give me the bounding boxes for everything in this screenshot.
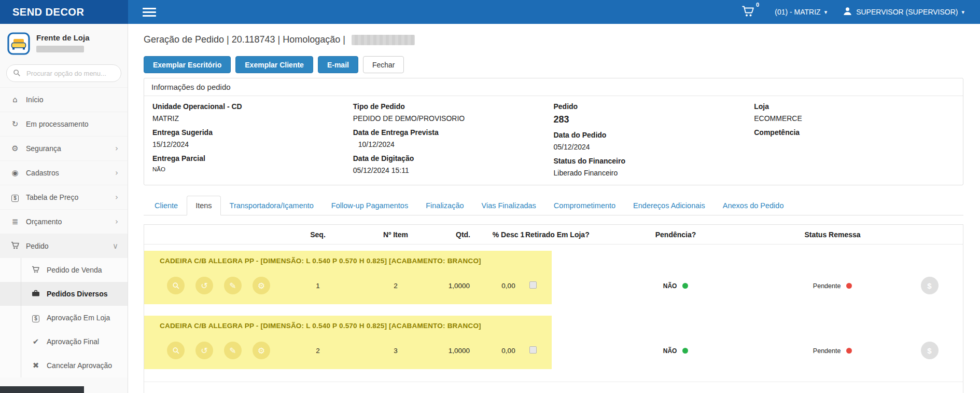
tab-vias-finalizadas[interactable]: Vias Finalizadas <box>473 196 545 215</box>
check-icon: ✔ <box>30 337 41 346</box>
column-header-retirado: Retirado Em Loja? <box>525 231 582 239</box>
field-value: ECOMMERCE <box>754 114 955 123</box>
money-icon: $ <box>30 313 41 322</box>
sidebar-item-label: Cancelar Aprovação <box>47 361 112 370</box>
order-info-grid: Unidade Operacional - CDMATRIZ Entrega S… <box>144 96 963 185</box>
sidebar-footer-strip <box>0 386 84 393</box>
exemplar-escritorio-button[interactable]: Exemplar Escritório <box>144 56 231 73</box>
store-selector[interactable]: (01) - MATRIZ ▾ <box>775 8 827 16</box>
fechar-button[interactable]: Fechar <box>363 56 404 73</box>
tab-itens[interactable]: Itens <box>187 196 220 215</box>
redacted-text <box>352 35 415 45</box>
row-settings-button[interactable]: ⚙ <box>253 342 270 359</box>
email-button[interactable]: E-mail <box>318 56 358 73</box>
sidebar-item-pedidos-diversos[interactable]: Pedidos Diversos <box>0 282 128 306</box>
order-tabs: Cliente Itens Transportadora/Içamento Fo… <box>144 196 963 215</box>
sidebar-item-cancelar-aprovacao[interactable]: ✖ Cancelar Aprovação <box>0 354 128 377</box>
column-header-status: Status Remessa <box>769 231 896 239</box>
hamburger-menu-icon[interactable] <box>143 6 156 19</box>
pedido-submenu: Pedido de Venda Pedidos Diversos $ Aprov… <box>0 258 128 377</box>
sidebar-item-label: Orçamento <box>26 218 62 226</box>
row-edit-button[interactable]: ✎ <box>224 342 242 359</box>
search-input[interactable] <box>6 64 121 82</box>
briefcase-icon <box>30 290 41 299</box>
sidebar-item-label: Pedido <box>26 242 49 250</box>
exemplar-cliente-button[interactable]: Exemplar Cliente <box>235 56 313 73</box>
row-separator <box>144 382 963 382</box>
retirado-checkbox[interactable] <box>529 346 537 354</box>
sidebar-item-tabela-de-preco[interactable]: $ Tabela de Preço › <box>0 185 128 209</box>
row-payment-button[interactable]: $ <box>921 342 939 359</box>
tab-anexos-do-pedido[interactable]: Anexos do Pedido <box>714 196 793 215</box>
row-actions: ↺ ✎ ⚙ <box>144 342 279 359</box>
field-label: Entrega Sugerida <box>152 128 353 137</box>
product-description: CADEIRA C/B ALLEGRA PP - [DIMENSÃO: L 0.… <box>144 316 963 332</box>
sidebar-item-aprovacao-final[interactable]: ✔ Aprovação Final <box>0 330 128 354</box>
pendencia-green-indicator <box>682 348 688 354</box>
app-title: Frente de Loja <box>36 33 90 42</box>
caret-down-icon: ▾ <box>824 9 828 16</box>
row-zoom-button[interactable] <box>167 277 185 294</box>
field-value: 05/12/2024 15:11 <box>353 166 554 174</box>
column-header-item: Nº Item <box>357 231 435 239</box>
sidebar-item-inicio[interactable]: ⌂ Início <box>0 87 128 112</box>
items-table-header: Seq. Nº Item Qtd. % Desc 1 Retirado Em L… <box>144 225 963 245</box>
cart-button[interactable]: 0 <box>741 5 759 19</box>
topbar: SEND DECOR 0 (01) - MATRIZ ▾ SUPERVISOR … <box>0 0 980 24</box>
field-value: 283 <box>554 114 754 125</box>
table-row: CADEIRA C/B ALLEGRA PP - [DIMENSÃO: L 0.… <box>144 251 963 304</box>
sidebar-item-cadastros[interactable]: ◉ Cadastros › <box>0 160 128 185</box>
caret-down-icon: ▾ <box>961 9 964 16</box>
sidebar-item-seguranca[interactable]: ⚙ Segurança › <box>0 136 128 160</box>
tab-transportadora-icamento[interactable]: Transportadora/Içamento <box>221 196 323 215</box>
cell-seq: 1 <box>279 282 357 290</box>
field-label: Entrega Parcial <box>152 154 353 162</box>
chevron-down-icon: ∨ <box>113 241 118 251</box>
user-menu[interactable]: SUPERVISOR (SUPERVISOR) ▾ <box>843 6 964 18</box>
processing-icon: ↻ <box>9 119 21 129</box>
row-undo-button[interactable]: ↺ <box>195 342 213 359</box>
cell-pendencia: NÃO <box>663 282 677 290</box>
app-logo-icon <box>7 32 30 57</box>
brand-logo[interactable]: SEND DECOR <box>0 0 128 24</box>
sidebar-item-label: Pedidos Diversos <box>47 290 108 298</box>
field-value: PEDIDO DE DEMO/PROVISORIO <box>353 114 554 123</box>
sidebar: Frente de Loja ⌂ Início ↻ Em processamen… <box>0 24 128 393</box>
row-settings-button[interactable]: ⚙ <box>253 277 270 294</box>
sidebar-item-em-processamento[interactable]: ↻ Em processamento <box>0 112 128 136</box>
retirado-checkbox[interactable] <box>529 281 537 289</box>
tab-enderecos-adicionais[interactable]: Endereços Adicionais <box>624 196 714 215</box>
sidebar-item-pedido-de-venda[interactable]: Pedido de Venda <box>0 258 128 282</box>
chevron-right-icon: › <box>115 168 118 178</box>
sidebar-item-label: Em processamento <box>26 120 89 128</box>
chevron-right-icon: › <box>115 193 118 202</box>
tab-finalizacao[interactable]: Finalização <box>417 196 472 215</box>
search-icon <box>13 69 21 79</box>
row-actions: ↺ ✎ ⚙ <box>144 277 279 294</box>
cell-pendencia: NÃO <box>663 347 677 355</box>
sidebar-search <box>6 64 121 82</box>
tab-follow-up-pagamentos[interactable]: Follow-up Pagamentos <box>323 196 417 215</box>
field-value: 05/12/2024 <box>554 143 754 151</box>
field-value: MATRIZ <box>152 114 353 123</box>
table-row: CADEIRA C/B ALLEGRA PP - [DIMENSÃO: L 0.… <box>144 316 963 369</box>
cart-icon <box>741 10 755 19</box>
row-undo-button[interactable]: ↺ <box>195 277 213 294</box>
sidebar-item-pedido[interactable]: Pedido ∨ <box>0 234 128 258</box>
cell-item: 2 <box>357 282 435 290</box>
product-description: CADEIRA C/B ALLEGRA PP - [DIMENSÃO: L 0.… <box>144 251 963 267</box>
field-value: Liberado Financeiro <box>554 169 754 177</box>
tab-cliente[interactable]: Cliente <box>146 196 187 215</box>
tab-comprometimento[interactable]: Comprometimento <box>545 196 624 215</box>
cart-icon <box>9 241 21 251</box>
sidebar-item-aprovacao-em-loja[interactable]: $ Aprovação Em Loja <box>0 306 128 330</box>
cart-icon <box>30 266 41 275</box>
row-zoom-button[interactable] <box>167 342 185 359</box>
field-label: Pedido <box>554 102 754 111</box>
row-payment-button[interactable]: $ <box>921 277 939 294</box>
row-edit-button[interactable]: ✎ <box>224 277 242 294</box>
field-value: 15/12/2024 <box>152 140 353 148</box>
field-label: Unidade Operacional - CD <box>152 102 353 111</box>
cell-desc1: 0,00 <box>492 347 525 355</box>
sidebar-item-orcamento[interactable]: ≣ Orçamento › <box>0 209 128 234</box>
